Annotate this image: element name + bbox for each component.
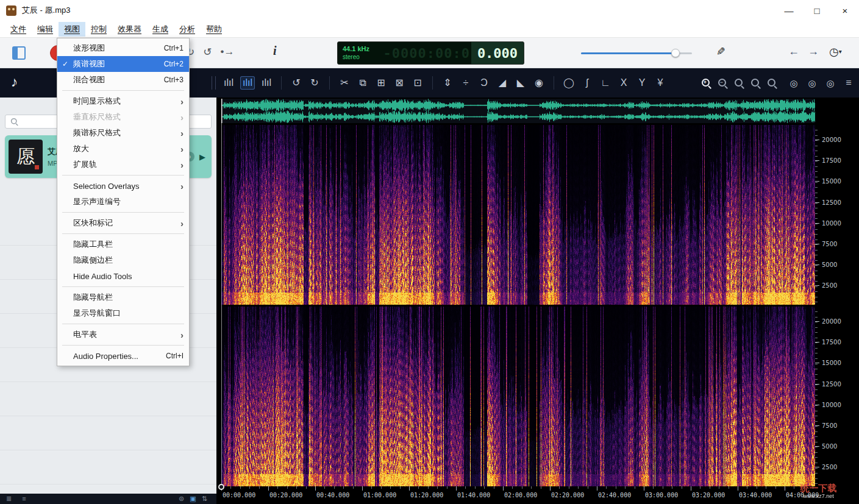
volume-thumb[interactable]: [671, 49, 680, 57]
playlist-icon[interactable]: ≡: [842, 78, 855, 88]
curve-tool-icon[interactable]: ʃ: [580, 78, 594, 88]
thumbnail-view-icon[interactable]: ▣: [190, 495, 196, 502]
fit-vertical-icon[interactable]: ⇕: [441, 78, 454, 88]
link-view-icon[interactable]: ⊜: [179, 495, 184, 502]
time-minor-tick: [559, 486, 560, 489]
menubar-item-6[interactable]: 分析: [174, 22, 201, 37]
overview-waveform[interactable]: [221, 99, 815, 123]
split-channels-icon[interactable]: ÷: [459, 78, 472, 88]
playhead-marker[interactable]: [218, 484, 224, 490]
frequency-ruler-2[interactable]: 2000017500150001250010000750050002500: [815, 307, 859, 486]
view-menu-item-1[interactable]: ✓频谱视图Ctrl+2: [57, 56, 189, 72]
sidebar-toggle-icon[interactable]: [12, 46, 26, 60]
frequency-ruler-1[interactable]: 2000017500150001250010000750050002500: [815, 125, 859, 305]
play-file-button[interactable]: ▶: [199, 152, 205, 161]
loop-selection-icon[interactable]: ↺: [203, 46, 212, 59]
menu-separator: [62, 286, 184, 287]
volume-slider[interactable]: [581, 48, 692, 58]
window-controls: — □ ×: [775, 0, 859, 21]
freq-label: 17500: [822, 339, 841, 346]
time-minor-tick: [287, 486, 288, 489]
view-menu-item-17[interactable]: Hide Audio Tools: [57, 268, 189, 284]
delete-icon[interactable]: ⊠: [393, 78, 406, 88]
l-curve-tool-icon[interactable]: ∟: [599, 78, 612, 88]
zoom-selection-icon[interactable]: [734, 78, 744, 88]
view-menu-item-22[interactable]: 电平表›: [57, 327, 189, 343]
freq-minor-tick: [815, 255, 818, 255]
freq-major-tick: [815, 285, 819, 286]
mixed-view-icon[interactable]: ılıl: [260, 78, 273, 88]
menubar-item-3[interactable]: 控制: [85, 22, 112, 37]
y-tool-icon[interactable]: Y: [635, 78, 649, 88]
zoom-out-icon[interactable]: −: [718, 78, 728, 88]
menubar-item-5[interactable]: 生成: [147, 22, 174, 37]
copy-icon[interactable]: ⧉: [356, 78, 369, 88]
time-ruler[interactable]: 00:00.00000:20.00000:40.00001:00.00001:2…: [216, 486, 859, 504]
menubar-item-2[interactable]: 视图: [59, 22, 85, 37]
freq-minor-tick: [815, 171, 818, 172]
view-menu-item-8[interactable]: 扩展轨›: [57, 157, 189, 172]
freq-minor-tick: [815, 447, 818, 447]
history-dropdown[interactable]: ◷▾: [829, 45, 842, 59]
amplitude-tool-icon[interactable]: ¥: [654, 78, 667, 88]
history-forward-icon[interactable]: →: [808, 45, 819, 58]
view-menu-item-7[interactable]: 放大›: [57, 141, 189, 157]
playhead-line[interactable]: [221, 99, 222, 486]
view-menu-item-2[interactable]: 混合视图Ctrl+3: [57, 72, 189, 88]
silence-icon[interactable]: ◯: [562, 78, 576, 88]
time-major-tick: [691, 486, 691, 491]
hamburger-icon[interactable]: ≡: [22, 495, 26, 502]
reverse-icon[interactable]: Ɔ: [477, 78, 491, 88]
view-menu-item-16[interactable]: 隐藏侧边栏: [57, 252, 189, 268]
maximize-button[interactable]: □: [803, 0, 831, 21]
menubar-item-4[interactable]: 效果器: [112, 22, 147, 37]
redo-icon[interactable]: ↻: [308, 78, 321, 88]
time-minor-tick: [494, 486, 494, 489]
menubar-item-7[interactable]: 帮助: [201, 22, 227, 37]
x-tool-icon[interactable]: X: [617, 78, 630, 88]
spectrogram-channel-1[interactable]: [221, 125, 815, 305]
fade-out-icon[interactable]: ◣: [514, 78, 527, 88]
selection-ring-3-icon[interactable]: ◎: [824, 79, 837, 88]
selection-ring-2-icon[interactable]: ◎: [805, 79, 819, 88]
menu-item-label: 波形视图: [73, 43, 105, 54]
minimize-button[interactable]: —: [775, 0, 803, 21]
cut-icon[interactable]: ✂: [338, 78, 351, 88]
view-menu-item-24[interactable]: Audio Properties...Ctrl+I: [57, 348, 189, 364]
info-icon[interactable]: i: [273, 44, 277, 58]
normalize-icon[interactable]: ◉: [532, 78, 546, 88]
waveform-view-icon[interactable]: ılıl: [222, 78, 235, 88]
view-menu-item-10[interactable]: Selection Overlays›: [57, 178, 189, 194]
freq-minor-tick: [815, 385, 818, 385]
pen-tool-icon[interactable]: ✎: [716, 45, 725, 59]
zoom-vertical-icon[interactable]: [750, 78, 761, 88]
track-list-icon[interactable]: ≣: [6, 495, 12, 502]
menubar-item-1[interactable]: 编辑: [32, 22, 59, 37]
close-button[interactable]: ×: [831, 0, 859, 21]
toolbar-handle[interactable]: [212, 76, 216, 90]
view-menu-item-15[interactable]: 隐藏工具栏: [57, 236, 189, 252]
freq-minor-tick: [815, 463, 818, 463]
menu-shortcut: Ctrl+1: [164, 44, 184, 52]
sort-order-icon[interactable]: ⇅: [202, 495, 207, 502]
view-menu-item-20[interactable]: 显示导航窗口: [57, 305, 189, 321]
view-menu-item-6[interactable]: 频谱标尺格式›: [57, 125, 189, 141]
view-menu-item-19[interactable]: 隐藏导航栏: [57, 289, 189, 305]
spectrogram-channel-2[interactable]: [221, 307, 815, 486]
zoom-full-icon[interactable]: [767, 78, 777, 88]
menubar-item-0[interactable]: 文件: [5, 22, 32, 37]
paste-icon[interactable]: ⊞: [374, 78, 388, 88]
play-from-cursor-icon[interactable]: •→: [221, 46, 235, 59]
view-menu-item-11[interactable]: 显示声道编号: [57, 194, 189, 210]
history-back-icon[interactable]: ←: [788, 45, 799, 58]
view-menu-item-4[interactable]: 时间显示格式›: [57, 93, 189, 109]
time-label: 03:40.000: [739, 492, 772, 499]
undo-icon[interactable]: ↺: [290, 78, 303, 88]
spectral-view-icon[interactable]: ılıl: [240, 76, 255, 90]
zoom-in-icon[interactable]: +: [701, 78, 711, 88]
view-menu-item-13[interactable]: 区块和标记›: [57, 215, 189, 231]
selection-ring-1-icon[interactable]: ◎: [787, 79, 800, 88]
fade-in-icon[interactable]: ◢: [496, 78, 509, 88]
trim-icon[interactable]: ⊡: [411, 78, 424, 88]
view-menu-item-0[interactable]: 波形视图Ctrl+1: [57, 40, 189, 56]
